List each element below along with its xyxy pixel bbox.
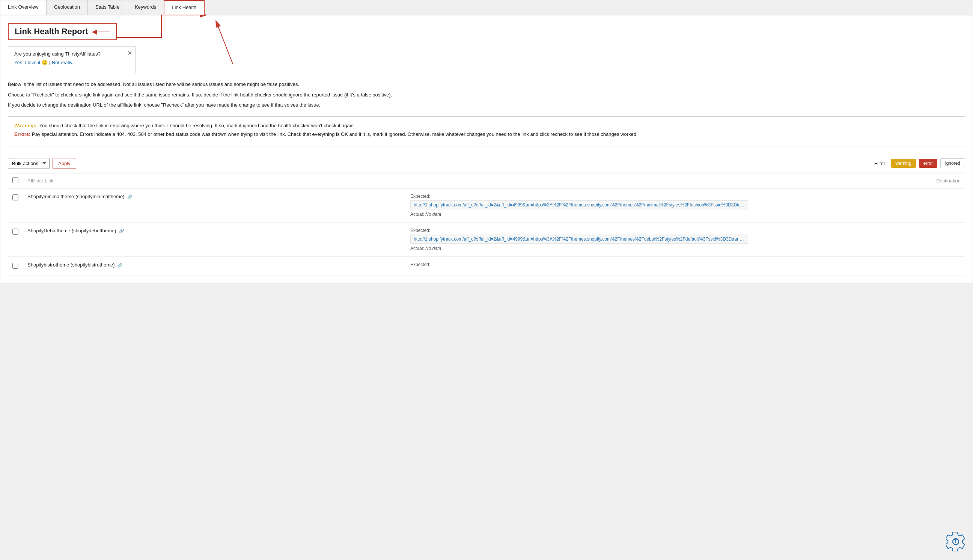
tabs-bar: Link Overview Geolocation Stats Table Ke… xyxy=(0,0,973,15)
svg-text:T: T xyxy=(954,538,958,544)
table-row: ShopifyDebuttheme (shopifydebuttheme) 🔗 … xyxy=(8,222,965,257)
actual-value-1: No data xyxy=(425,246,441,251)
affiliate-name-0: Shopifyminimaltheme (shopifyminimaltheme… xyxy=(27,194,125,199)
table-row: Shopifybistrotheme (shopifybistrotheme) … xyxy=(8,257,965,275)
affiliate-name-2: Shopifybistrotheme (shopifybistrotheme) xyxy=(27,262,115,268)
page-title: Link Health Report ◀ —— xyxy=(15,27,110,37)
info-notice: Are you enjoying using ThirstyAffiliates… xyxy=(8,46,135,73)
bulk-actions-select[interactable]: Bulk actions xyxy=(8,158,50,169)
tab-keywords[interactable]: Keywords xyxy=(127,0,164,15)
info-box: Warnings: You should check that the link… xyxy=(8,117,965,147)
notice-text: Are you enjoying using ThirstyAffiliates… xyxy=(14,51,129,57)
tab-link-health[interactable]: Link Health xyxy=(164,0,205,15)
table-row: Shopifyminimaltheme (shopifyminimaltheme… xyxy=(8,188,965,222)
not-really-link[interactable]: Not really... xyxy=(52,60,76,65)
arrow-left-icon: ◀ —— xyxy=(92,28,110,35)
filter-warning-button[interactable]: warning xyxy=(891,159,916,168)
desc-line1: Below is the list of issues that need to… xyxy=(8,81,965,88)
desc-line3: If you decide to change the destination … xyxy=(8,101,965,109)
row-checkbox-0[interactable] xyxy=(12,195,18,200)
toolbar: Bulk actions Apply Filter: warning error xyxy=(8,154,965,173)
affiliate-name-1: ShopifyDebuttheme (shopifydebuttheme) xyxy=(27,228,116,233)
actual-label-0: Actual: No data xyxy=(410,212,961,217)
main-content: Link Health Report ◀ —— Are you enjoying… xyxy=(0,15,973,283)
filter-error-button[interactable]: error xyxy=(919,159,937,168)
actual-value-0: No data xyxy=(425,212,441,217)
gear-icon: T xyxy=(946,532,965,552)
warning-info: Warnings: You should check that the link… xyxy=(14,123,959,128)
select-all-checkbox[interactable] xyxy=(12,177,18,183)
expected-url-1: http://1.shopifytrack.com/aff_c?offer_id… xyxy=(410,235,748,243)
expected-label-1: Expected: xyxy=(410,228,961,233)
row-checkbox-2[interactable] xyxy=(12,263,18,269)
affiliate-cell-1: ShopifyDebuttheme (shopifydebuttheme) 🔗 xyxy=(23,222,406,257)
toolbar-right: Filter: warning error ignored xyxy=(874,158,965,168)
description-block: Below is the list of issues that need to… xyxy=(8,81,965,109)
external-link-icon-2[interactable]: 🔗 xyxy=(118,263,123,267)
expected-label-0: Expected: xyxy=(410,194,961,199)
toolbar-left: Bulk actions Apply xyxy=(8,158,76,169)
expected-label-2: Expected: xyxy=(410,262,961,267)
col-destination-header: Destination xyxy=(406,173,965,188)
destination-cell-1: Expected: http://1.shopifytrack.com/aff_… xyxy=(406,222,965,257)
error-info: Errors: Pay special attention. Errors in… xyxy=(14,132,959,137)
desc-line2: Choose to "Recheck" to check a single li… xyxy=(8,91,965,99)
expected-url-0: http://1.shopifytrack.com/aff_c?offer_id… xyxy=(410,200,748,210)
gear-icon-wrapper: T xyxy=(946,532,965,552)
destination-cell-0: Expected: http://1.shopifytrack.com/aff_… xyxy=(406,188,965,222)
affiliate-cell-0: Shopifyminimaltheme (shopifyminimaltheme… xyxy=(23,188,406,222)
external-link-icon-0[interactable]: 🔗 xyxy=(127,195,133,199)
external-link-icon-1[interactable]: 🔗 xyxy=(119,228,124,233)
destination-cell-2: Expected: xyxy=(406,257,965,275)
tab-stats-table[interactable]: Stats Table xyxy=(87,0,127,15)
links-table: Affiliate Link Destination Shopifyminima… xyxy=(8,173,965,275)
actual-label-1: Actual: No data xyxy=(410,246,961,251)
tab-link-overview[interactable]: Link Overview xyxy=(0,0,47,15)
filter-ignored-button[interactable]: ignored xyxy=(940,158,965,168)
row-checkbox-1[interactable] xyxy=(12,228,18,235)
close-notice-button[interactable]: ✕ xyxy=(127,50,132,57)
col-affiliate-header: Affiliate Link xyxy=(23,173,406,188)
yes-love-it-link[interactable]: Yes, I love it xyxy=(14,60,40,65)
report-header-box: Link Health Report ◀ —— xyxy=(8,23,117,40)
tab-geolocation[interactable]: Geolocation xyxy=(46,0,88,15)
apply-button[interactable]: Apply xyxy=(53,158,76,169)
affiliate-cell-2: Shopifybistrotheme (shopifybistrotheme) … xyxy=(23,257,406,275)
